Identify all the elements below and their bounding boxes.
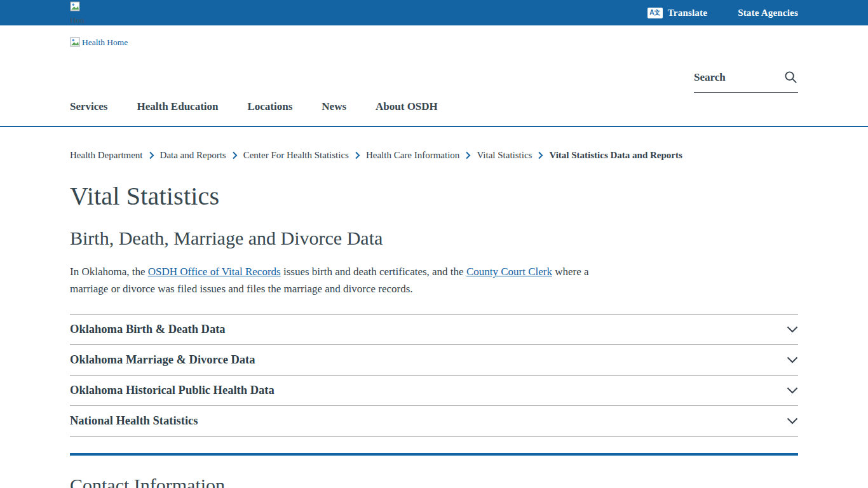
state-agencies-link[interactable]: State Agencies [738, 8, 798, 18]
translate-button[interactable]: A文 Translate [648, 8, 707, 18]
chevron-right-icon [149, 151, 154, 159]
breadcrumb-health-department[interactable]: Health Department [70, 150, 143, 161]
broken-logo-top-alt: Hon [70, 15, 146, 25]
chevron-right-icon [355, 151, 360, 159]
intro-paragraph: In Oklahoma, the OSDH Office of Vital Re… [70, 263, 597, 297]
intro-text-before: In Oklahoma, the [70, 266, 148, 278]
broken-image-icon [70, 1, 80, 11]
breadcrumb-center-for-health-statistics[interactable]: Center For Health Statistics [243, 150, 349, 161]
chevron-down-icon [787, 417, 798, 424]
chevron-right-icon [232, 151, 238, 159]
nav-item-health-education[interactable]: Health Education [137, 100, 218, 113]
section-divider [70, 453, 798, 456]
page-subtitle: Birth, Death, Marriage and Divorce Data [70, 227, 798, 249]
health-home-logo-link[interactable]: Health Home [70, 37, 128, 48]
chevron-down-icon [787, 326, 798, 333]
main-content: Health Department Data and Reports Cente… [0, 150, 868, 488]
health-home-alt-text: Health Home [82, 37, 128, 48]
accordion-label: Oklahoma Birth & Death Data [70, 323, 226, 336]
state-agencies-label: State Agencies [738, 8, 798, 18]
site-header: Hon Health Home Search Services Health E… [0, 25, 868, 127]
accordion-list: Oklahoma Birth & Death Data Oklahoma Mar… [70, 314, 798, 437]
nav-item-about-osdh[interactable]: About OSDH [376, 100, 438, 113]
accordion-label: Oklahoma Marriage & Divorce Data [70, 353, 255, 367]
main-navigation: Services Health Education Locations News… [70, 100, 438, 113]
intro-text-middle: issues birth and death certificates, and… [281, 266, 466, 278]
breadcrumb: Health Department Data and Reports Cente… [70, 150, 798, 161]
contact-information-heading: Contact Information [70, 475, 798, 488]
accordion-birth-death-data[interactable]: Oklahoma Birth & Death Data [70, 314, 798, 344]
breadcrumb-health-care-information[interactable]: Health Care Information [366, 150, 459, 161]
nav-item-services[interactable]: Services [70, 100, 107, 113]
nav-item-news[interactable]: News [322, 100, 346, 113]
nav-item-locations[interactable]: Locations [247, 100, 292, 113]
accordion-label: National Health Statistics [70, 414, 198, 428]
county-court-clerk-link[interactable]: County Court Clerk [466, 266, 552, 278]
broken-image-icon [70, 37, 80, 47]
chevron-down-icon [787, 356, 798, 363]
search-input[interactable]: Search [694, 70, 798, 93]
vital-records-link[interactable]: OSDH Office of Vital Records [148, 266, 281, 278]
search-icon[interactable] [783, 70, 798, 85]
page-title: Vital Statistics [70, 181, 798, 211]
chevron-down-icon [787, 387, 798, 394]
chevron-right-icon [538, 151, 543, 159]
accordion-label: Oklahoma Historical Public Health Data [70, 384, 275, 397]
search-placeholder: Search [694, 71, 726, 84]
breadcrumb-vital-statistics[interactable]: Vital Statistics [477, 150, 532, 161]
translate-label: Translate [668, 8, 707, 18]
breadcrumb-current-page: Vital Statistics Data and Reports [549, 150, 682, 161]
chevron-right-icon [465, 151, 471, 159]
translate-icon: A文 [648, 8, 663, 18]
broken-logo-top: Hon [70, 1, 146, 25]
accordion-marriage-divorce-data[interactable]: Oklahoma Marriage & Divorce Data [70, 344, 798, 375]
breadcrumb-data-and-reports[interactable]: Data and Reports [160, 150, 226, 161]
accordion-national-health-statistics[interactable]: National Health Statistics [70, 405, 798, 436]
accordion-historical-public-health-data[interactable]: Oklahoma Historical Public Health Data [70, 375, 798, 405]
